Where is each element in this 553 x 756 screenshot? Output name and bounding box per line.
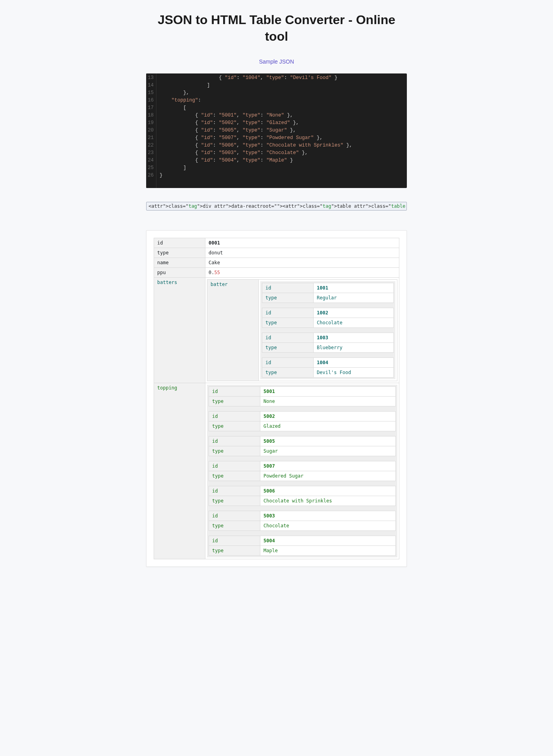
page-title: JSON to HTML Table Converter - Online to…	[146, 12, 407, 45]
key-name: name	[154, 258, 205, 268]
sample-json-link[interactable]: Sample JSON	[146, 58, 407, 65]
result-table: id 0001 type donut name Cake ppu 0.55 ba…	[154, 238, 399, 559]
key-id: id	[154, 238, 205, 248]
result-card: id 0001 type donut name Cake ppu 0.55 ba…	[146, 230, 407, 567]
editor-code[interactable]: { "id": "1004", "type": "Devil's Food" }…	[156, 73, 407, 188]
topping-list: id5001typeNoneid5002typeGlazedid5005type…	[207, 385, 397, 557]
val-name: Cake	[205, 258, 399, 268]
table-row: ppu 0.55	[154, 268, 399, 278]
table-row-topping: topping id5001typeNoneid5002typeGlazedid…	[154, 383, 399, 559]
key-ppu: ppu	[154, 268, 205, 278]
table-row: type donut	[154, 248, 399, 258]
table-row: id 0001	[154, 238, 399, 248]
val-ppu: 0.55	[205, 268, 399, 278]
val-type: donut	[205, 248, 399, 258]
json-editor[interactable]: 1314151617181920212223242526 { "id": "10…	[146, 73, 407, 188]
table-row: name Cake	[154, 258, 399, 268]
batter-list: id1001typeRegularid1002typeChocolateid10…	[260, 281, 395, 379]
key-type: type	[154, 248, 205, 258]
table-row-batters: batters batter id1001typeRegularid1002ty…	[154, 278, 399, 383]
html-output-field[interactable]: <attr">class="tag">div attr">data-reactr…	[146, 202, 407, 211]
editor-gutter: 1314151617181920212223242526	[146, 73, 156, 188]
key-topping: topping	[154, 383, 205, 559]
key-batters: batters	[154, 278, 205, 383]
val-id: 0001	[205, 238, 399, 248]
key-batter: batter	[207, 280, 259, 381]
